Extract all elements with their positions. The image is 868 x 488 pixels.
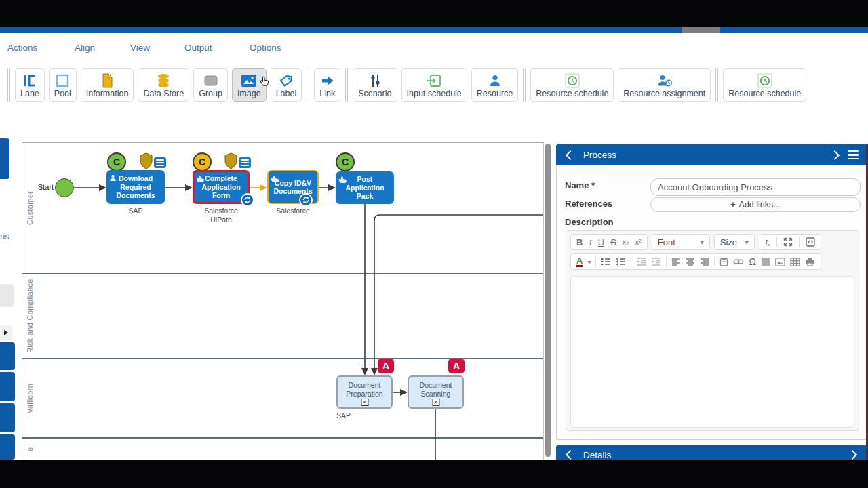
notes-badge-icon[interactable] [154,157,166,168]
left-panel-fragment[interactable] [0,372,15,401]
left-gray-fragment[interactable] [0,284,14,307]
toolbar-button-group[interactable]: Group [193,68,228,102]
label-icon [279,73,294,89]
insert-table-button[interactable] [790,258,800,266]
toolbar-button-input-schedule[interactable]: Input schedule [401,68,467,102]
menu-align[interactable]: Align [75,43,95,53]
strikethrough-button[interactable]: S [610,238,616,247]
underline-button[interactable]: U [598,238,604,247]
text-style-group: B I U S x₂ x² [570,234,648,250]
paste-text-button[interactable] [719,257,728,266]
diagram-canvas[interactable]: Customer Risk and Compliance Vallicorn e… [22,142,544,460]
toolbar-button-information[interactable]: Information [81,68,134,102]
source-button[interactable] [806,237,815,247]
process-name-input[interactable] [650,178,861,196]
automation-badge[interactable]: A [448,359,465,373]
size-dropdown[interactable]: Size ▾ [714,234,755,250]
insert-image-button[interactable] [775,258,785,266]
process-panel-header[interactable]: Process [556,144,867,165]
toolbar-button-lane[interactable]: Lane [15,68,45,102]
input-schedule-icon [427,73,441,89]
align-left-button[interactable] [671,258,681,266]
scenario-sliders-icon [368,73,382,89]
expand-right-icon[interactable] [848,450,857,460]
remove-format-button[interactable]: Iₓ [765,238,770,247]
system-label-sap: SAP [331,411,393,420]
editor-toolbar-row-1: B I U S x₂ x² Font ▾ Size ▾ Iₓ [566,231,859,251]
maximize-button[interactable] [783,237,793,247]
increase-indent-button[interactable] [651,257,661,266]
manual-task-icon [338,174,347,186]
bold-button[interactable]: B [576,238,583,247]
user-task-icon [109,172,117,184]
superscript-button[interactable]: x² [635,239,642,246]
left-text-fragment: ns [0,231,9,241]
add-links-button[interactable]: + Add links... [650,197,861,212]
toolbar-button-data-store[interactable]: Data Store [138,68,189,102]
chevron-down-icon: ▾ [745,239,749,246]
toolbar-button-pool[interactable]: Pool [49,68,77,102]
italic-button[interactable]: I [589,238,591,247]
compliance-badge-green[interactable]: C [107,152,126,171]
toolbar-separator [7,68,10,102]
toolbar-button-resource[interactable]: Resource [471,68,519,102]
font-dropdown[interactable]: Font ▾ [652,234,710,250]
left-panel-fragment[interactable] [0,342,15,370]
ordered-list-button[interactable] [601,257,611,266]
description-editor[interactable]: B I U S x₂ x² Font ▾ Size ▾ Iₓ [566,230,859,431]
notes-badge-icon[interactable] [239,157,251,168]
decrease-indent-button[interactable] [636,257,646,266]
toolbar-button-resource-assignment[interactable]: Resource assignment [618,68,711,102]
left-expand-button[interactable] [0,325,12,340]
compliance-badge-green[interactable]: C [336,152,355,171]
toolbar-separator [523,68,526,102]
menu-actions[interactable]: Actions [7,43,37,53]
align-right-button[interactable] [700,258,709,266]
description-textarea[interactable] [570,276,854,428]
bottom-black-bar [0,460,868,488]
menu-options[interactable]: Options [250,43,281,53]
collapse-left-icon[interactable] [566,450,575,460]
toolbar-button-link[interactable]: Link [314,68,340,102]
special-character-button[interactable]: Ω [749,257,755,266]
start-event[interactable] [55,178,74,197]
toolbar-button-label[interactable]: Label [271,68,302,102]
left-panel-fragment[interactable] [0,434,15,460]
paragraph-tools-group: A ▾ [570,253,821,270]
triangle-right-icon [4,330,8,336]
name-field-label: Name * [565,180,595,190]
toolbar-button-resource-schedule-2[interactable]: Resource schedule [723,68,806,102]
automation-badge[interactable]: A [378,359,394,373]
task-document-scanning[interactable]: Document Scanning × [408,375,464,409]
menu-output[interactable]: Output [184,43,212,53]
collapse-left-icon[interactable] [566,150,575,159]
task-document-preparation[interactable]: Document Preparation × [336,375,393,409]
panel-menu-icon[interactable] [848,150,859,160]
left-panel-fragment[interactable] [0,403,15,432]
horizontal-rule-button[interactable] [761,258,770,266]
toolbar-button-resource-schedule[interactable]: Resource schedule [530,68,614,102]
insert-link-button[interactable] [733,258,744,265]
description-field-label: Description [565,217,614,227]
print-button[interactable] [805,257,815,266]
toolbar-button-image[interactable]: Image [232,68,267,102]
data-store-icon [157,73,170,89]
toolbar-button-scenario[interactable]: Scenario [353,68,397,102]
accent-strip-segment [682,27,720,33]
plus-icon: + [730,200,735,209]
canvas-vertical-scrollbar[interactable] [545,144,551,457]
bullet-list-button[interactable] [616,257,626,266]
image-icon [241,73,256,89]
subscript-button[interactable]: x₂ [623,239,629,246]
chevron-down-icon: ▾ [701,239,704,246]
process-panel-body: Name * References + Add links... Descrip… [556,165,867,440]
menu-view[interactable]: View [130,43,150,53]
top-black-bar [0,0,868,27]
system-label-sap: SAP [106,207,165,216]
compliance-badge-yellow[interactable]: C [193,152,212,171]
left-panel-fragment[interactable] [0,138,9,179]
align-center-button[interactable] [686,258,695,266]
expand-right-icon[interactable] [830,150,840,159]
text-color-button[interactable]: A [576,256,583,267]
sync-badge-icon [241,193,254,207]
